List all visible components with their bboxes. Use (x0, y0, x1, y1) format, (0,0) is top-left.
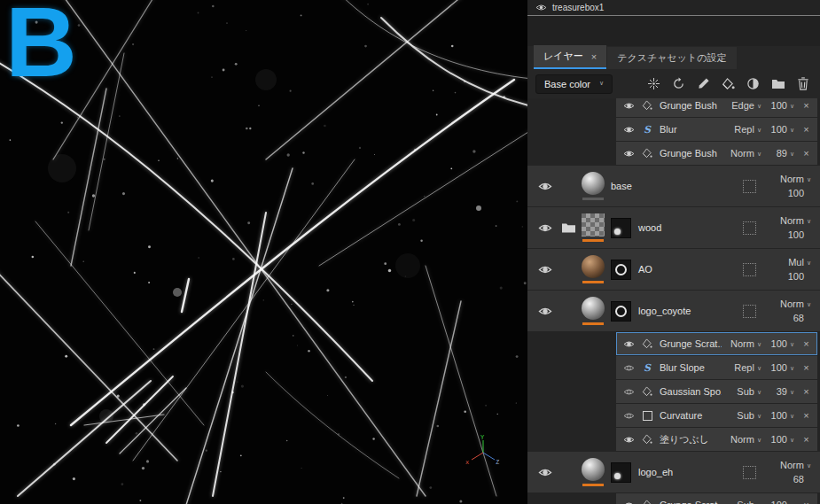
material-thumbnail[interactable] (582, 213, 605, 242)
delete-effect-button[interactable]: × (800, 124, 812, 135)
effect-row[interactable]: SBlur SlopeRepl∨100∨× (616, 356, 817, 379)
effect-name: Grunge Bush (660, 100, 722, 111)
opacity-dropdown[interactable]: 89∨ (768, 148, 794, 159)
delete-effect-button[interactable]: × (800, 100, 812, 111)
blend-mode-dropdown[interactable]: Norm∨ (728, 434, 761, 445)
effect-row[interactable]: Grunge BushEdge∨100∨× (616, 98, 817, 117)
mask-thumbnail[interactable] (611, 260, 631, 280)
mask-thumbnail[interactable] (611, 462, 631, 483)
blend-mode-dropdown[interactable]: Repl∨ (728, 124, 761, 135)
effect-row[interactable]: SBlurRepl∨100∨× (616, 118, 817, 141)
blend-mode-dropdown[interactable]: Repl∨ (728, 362, 761, 373)
mask-thumbnail[interactable] (611, 301, 631, 322)
channel-dropdown[interactable]: Base color ∨ (535, 74, 613, 94)
effect-row[interactable]: 塗りつぶしNorm∨100∨× (616, 428, 817, 451)
effect-row[interactable]: CurvatureSub∨100∨× (616, 404, 817, 427)
material-thumbnail[interactable] (582, 297, 605, 325)
layer-opacity[interactable]: 68 (777, 474, 804, 485)
visibility-toggle[interactable] (623, 364, 635, 372)
effect-row[interactable]: Grunge Scrat...Sub∨100∨× (616, 493, 817, 504)
layer-row[interactable]: baseNorm∨100 (527, 166, 820, 206)
channel-dropdown-label: Base color (544, 79, 590, 89)
opacity-dropdown[interactable]: 100∨ (768, 100, 794, 111)
layer-row[interactable]: logo_ehNorm∨68 (527, 452, 820, 492)
effect-name: 塗りつぶし (660, 433, 722, 446)
smudge-icon[interactable] (745, 75, 761, 92)
visibility-toggle[interactable] (623, 340, 635, 348)
layer-row[interactable]: woodNorm∨100 (527, 207, 820, 248)
material-thumbnail[interactable] (582, 172, 605, 200)
effect-row[interactable]: Grunge Scrat...Norm∨100∨× (616, 332, 817, 355)
tab-texture-set-settings[interactable]: テクスチャセットの設定 (607, 47, 736, 69)
stack-indicator-icon (743, 180, 756, 193)
delete-effect-button[interactable]: × (800, 500, 812, 504)
effect-row[interactable]: Grunge BushNorm∨89∨× (616, 142, 817, 165)
blend-mode-dropdown[interactable]: Norm∨ (777, 460, 811, 470)
layer-opacity[interactable]: 68 (777, 313, 804, 323)
blend-mode-dropdown[interactable]: Edge∨ (728, 100, 761, 111)
material-thumbnail[interactable] (582, 458, 605, 486)
blend-mode-dropdown[interactable]: Sub∨ (728, 500, 761, 504)
effect-row[interactable]: Gaussian Spo...Sub∨39∨× (616, 380, 817, 403)
blend-mode-dropdown[interactable]: Sub∨ (728, 386, 761, 397)
blend-mode-dropdown[interactable]: Norm∨ (728, 338, 761, 349)
add-folder-icon[interactable] (769, 75, 786, 92)
layer-name: logo_eh (638, 467, 673, 477)
delete-effect-button[interactable]: × (800, 338, 812, 349)
blend-mode-dropdown[interactable]: Norm∨ (777, 174, 811, 184)
opacity-dropdown[interactable]: 100∨ (768, 410, 794, 421)
refresh-icon[interactable] (670, 75, 687, 92)
mask-thumbnail[interactable] (611, 218, 631, 238)
stack-indicator-icon (743, 466, 756, 479)
opacity-dropdown[interactable]: 100∨ (768, 338, 794, 349)
trash-icon[interactable] (794, 75, 811, 92)
texture-set-eye-icon[interactable] (535, 4, 547, 12)
tab-texture-set-settings-label: テクスチャセットの設定 (617, 51, 726, 65)
layer-opacity[interactable]: 100 (777, 188, 804, 198)
visibility-toggle[interactable] (538, 182, 552, 191)
stack-indicator-icon (743, 263, 756, 276)
visibility-toggle[interactable] (623, 501, 635, 504)
texture-set-header[interactable]: treasurebox1 (527, 0, 820, 16)
blend-mode-dropdown[interactable]: Mul∨ (777, 257, 811, 268)
delete-effect-button[interactable]: × (800, 148, 812, 159)
blend-mode-dropdown[interactable]: Norm∨ (777, 299, 811, 309)
delete-effect-button[interactable]: × (800, 362, 812, 373)
blend-mode-dropdown[interactable]: Norm∨ (728, 148, 761, 159)
visibility-toggle[interactable] (623, 436, 635, 444)
group-folder-icon[interactable] (561, 222, 577, 234)
delete-effect-button[interactable]: × (800, 386, 812, 397)
blend-mode-dropdown[interactable]: Norm∨ (777, 215, 811, 226)
visibility-toggle[interactable] (623, 126, 635, 134)
delete-effect-button[interactable]: × (800, 410, 812, 421)
tab-close-icon[interactable]: × (591, 51, 597, 62)
layer-row[interactable]: AOMul∨100 (527, 249, 820, 290)
layer-row[interactable]: logo_coyoteNorm∨68 (527, 291, 820, 331)
visibility-toggle[interactable] (623, 388, 635, 396)
fill-effect-icon (641, 338, 653, 349)
visibility-toggle[interactable] (623, 412, 635, 420)
opacity-dropdown[interactable]: 39∨ (768, 386, 794, 397)
blend-mode-dropdown[interactable]: Sub∨ (728, 410, 761, 421)
generator-effect-icon (641, 411, 653, 421)
particles-icon[interactable] (645, 75, 662, 92)
visibility-toggle[interactable] (538, 468, 552, 477)
opacity-dropdown[interactable]: 100∨ (768, 500, 794, 504)
visibility-toggle[interactable] (538, 223, 552, 233)
paint-icon[interactable] (695, 75, 712, 92)
layer-opacity[interactable]: 100 (777, 229, 804, 240)
visibility-toggle[interactable] (623, 102, 635, 110)
opacity-dropdown[interactable]: 100∨ (768, 362, 794, 373)
texture-set-name: treasurebox1 (552, 3, 604, 12)
visibility-toggle[interactable] (538, 265, 552, 275)
opacity-dropdown[interactable]: 100∨ (768, 124, 794, 135)
delete-effect-button[interactable]: × (800, 434, 812, 445)
layer-opacity[interactable]: 100 (777, 271, 804, 282)
fill-bucket-icon[interactable] (720, 75, 737, 92)
visibility-toggle[interactable] (538, 306, 552, 316)
visibility-toggle[interactable] (623, 150, 635, 158)
material-thumbnail[interactable] (582, 255, 605, 283)
tab-layers[interactable]: レイヤー × (534, 45, 606, 69)
viewport-2d[interactable]: B Y x Z (0, 0, 527, 504)
opacity-dropdown[interactable]: 100∨ (768, 434, 794, 445)
